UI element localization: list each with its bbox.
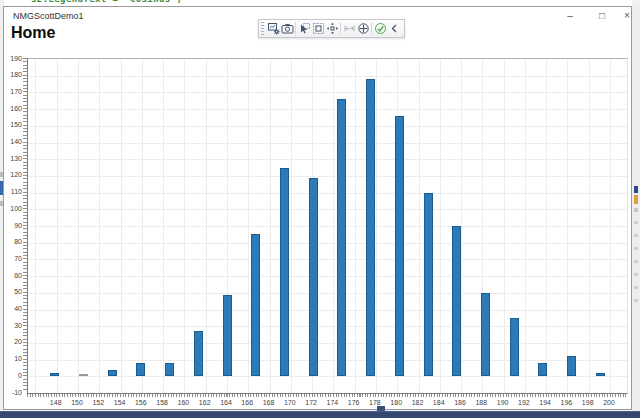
histogram-bar[interactable]: [280, 168, 289, 377]
h-gridline: [28, 259, 627, 260]
pointer-select-icon[interactable]: [297, 21, 311, 36]
histogram-bar[interactable]: [251, 234, 260, 376]
x-axis-tick-label: 180: [386, 399, 406, 406]
h-gridline: [28, 343, 627, 344]
pan-icon[interactable]: [325, 21, 339, 36]
histogram-bar[interactable]: [223, 295, 232, 377]
x-axis-tick-label: 152: [88, 399, 108, 406]
h-gridline: [28, 143, 627, 144]
y-axis-tick-label: 0: [5, 372, 22, 379]
x-axis-tick-label: 188: [471, 399, 491, 406]
collapse-chevron-icon[interactable]: [387, 21, 401, 36]
v-gridline: [546, 59, 547, 393]
histogram-bar[interactable]: [424, 193, 433, 377]
h-gridline: [28, 126, 627, 127]
histogram-bar[interactable]: [538, 363, 547, 376]
x-axis-tick-label: 176: [344, 399, 364, 406]
background-status-bar: [0, 411, 640, 418]
chart-options-icon[interactable]: [266, 21, 280, 36]
x-axis-tick-label: 192: [514, 399, 534, 406]
toolbar-grip-handle[interactable]: [261, 22, 264, 35]
histogram-bar[interactable]: [366, 79, 375, 376]
apply-check-icon[interactable]: [373, 21, 387, 36]
h-gridline: [28, 293, 627, 294]
minimize-button[interactable]: –: [562, 9, 578, 23]
v-gridline: [78, 59, 79, 393]
v-gridline: [121, 59, 122, 393]
x-axis-tick-label: 196: [556, 399, 576, 406]
histogram-bar[interactable]: [337, 99, 346, 376]
v-gridline: [184, 59, 185, 393]
v-gridline: [248, 59, 249, 393]
v-gridline: [57, 59, 58, 393]
y-axis-tick-label: 90: [5, 222, 22, 229]
x-axis-tick-label: 182: [408, 399, 428, 406]
toolbar-separator: [371, 22, 372, 35]
h-gridline: [28, 209, 627, 210]
v-gridline: [291, 59, 292, 393]
toolbar-separator: [340, 22, 341, 35]
x-axis-tick-label: 186: [450, 399, 470, 406]
histogram-bar[interactable]: [194, 331, 203, 376]
y-axis-tick-label: 30: [5, 322, 22, 329]
histogram-plot-area[interactable]: [27, 58, 628, 394]
histogram-bar[interactable]: [567, 356, 576, 376]
x-axis-tick-label: 184: [429, 399, 449, 406]
app-window: NMGScottDemo1 –□× Home 19018017016015014…: [3, 6, 632, 410]
y-axis-tick-label: 40: [5, 305, 22, 312]
camera-icon[interactable]: [280, 21, 294, 36]
x-axis-tick-label: 166: [237, 399, 257, 406]
x-axis-tick-label: 198: [578, 399, 598, 406]
y-axis-tick-label: 160: [5, 105, 22, 112]
h-gridline: [28, 310, 627, 311]
histogram-bar[interactable]: [309, 178, 318, 377]
y-axis-tick-label: 20: [5, 338, 22, 345]
v-gridline: [35, 59, 36, 393]
background-scroll-annotation: [634, 221, 638, 224]
y-axis-tick-label: 180: [5, 71, 22, 78]
x-axis-tick-label: 148: [46, 399, 66, 406]
background-scroll-annotation: [634, 247, 638, 250]
zoom-fit-icon[interactable]: [356, 21, 370, 36]
window-title: NMGScottDemo1: [13, 11, 84, 21]
histogram-bar[interactable]: [108, 370, 117, 377]
h-gridline: [28, 193, 627, 194]
x-axis-tick-label: 158: [152, 399, 172, 406]
histogram-bar[interactable]: [452, 226, 461, 376]
y-axis-tick-label: 10: [5, 355, 22, 362]
h-gridline: [28, 92, 627, 93]
y-axis-tick-label: 170: [5, 88, 22, 95]
maximize-button[interactable]: □: [594, 9, 610, 23]
histogram-bar[interactable]: [136, 363, 145, 376]
histogram-bar[interactable]: [481, 293, 490, 377]
x-axis-tick-label: 154: [110, 399, 130, 406]
x-axis-tick-label: 200: [599, 399, 619, 406]
x-axis-tick-label: 162: [195, 399, 215, 406]
close-button[interactable]: ×: [619, 9, 635, 23]
v-gridline: [440, 59, 441, 393]
histogram-bar[interactable]: [596, 373, 605, 376]
v-gridline: [589, 59, 590, 393]
v-gridline: [610, 59, 611, 393]
h-gridline: [28, 109, 627, 110]
y-axis-tick-label: -10: [5, 389, 22, 396]
histogram-bar[interactable]: [395, 116, 404, 377]
h-gridline: [28, 226, 627, 227]
v-gridline: [376, 59, 377, 393]
v-gridline: [504, 59, 505, 393]
y-axis-tick-label: 190: [5, 55, 22, 62]
background-scroll-annotation: [634, 186, 638, 193]
v-gridline: [525, 59, 526, 393]
y-axis-tick-label: 110: [5, 188, 22, 195]
x-axis-tick-label: 190: [493, 399, 513, 406]
histogram-bar[interactable]: [165, 363, 174, 376]
histogram-bar[interactable]: [79, 374, 88, 376]
histogram-bar[interactable]: [510, 318, 519, 376]
histogram-bar[interactable]: [50, 373, 59, 376]
v-gridline: [270, 59, 271, 393]
background-scroll-annotation: [634, 273, 638, 276]
x-axis-tick-label: 168: [259, 399, 279, 406]
zoom-rectangle-icon[interactable]: [311, 21, 325, 36]
x-axis-tick-label: 160: [173, 399, 193, 406]
h-gridline: [28, 276, 627, 277]
